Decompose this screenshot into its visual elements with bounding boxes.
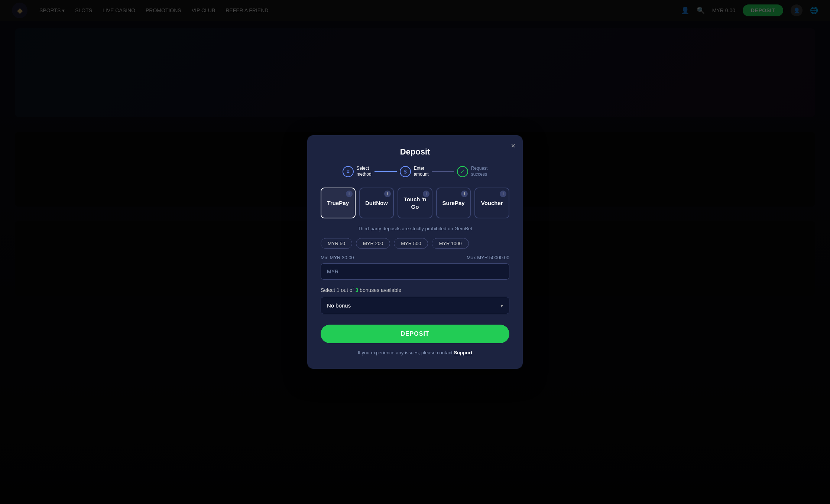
modal-overlay: × Deposit ≡ Selectmethod $ Enteramount ✓… [0, 0, 830, 504]
method-label: Voucher [481, 199, 503, 207]
info-icon-truepay[interactable]: i [346, 191, 353, 197]
method-touchngo[interactable]: Touch 'n Go i [398, 188, 432, 218]
method-truepay[interactable]: TruePay i [321, 188, 356, 218]
chevron-down-icon: ▾ [500, 303, 503, 309]
step3-label: Requestsuccess [471, 166, 488, 177]
info-icon-surepay[interactable]: i [461, 191, 468, 197]
deposit-modal: × Deposit ≡ Selectmethod $ Enteramount ✓… [307, 135, 523, 369]
amount-limits: Min MYR 30.00 Max MYR 50000.00 [321, 255, 509, 260]
method-label: SurePay [442, 199, 465, 207]
method-label: DuitNow [365, 199, 388, 207]
bonus-label: Select 1 out of 3 bonuses available [321, 287, 509, 293]
step2-label: Enteramount [414, 166, 429, 177]
step-enter-amount: $ Enteramount [400, 166, 429, 177]
method-voucher[interactable]: Voucher i [474, 188, 509, 218]
step-request-success: ✓ Requestsuccess [457, 166, 488, 177]
modal-title: Deposit [321, 147, 509, 157]
step3-icon: ✓ [457, 166, 468, 177]
connector-2 [432, 171, 454, 172]
step1-icon: ≡ [343, 166, 354, 177]
info-icon-duitnow[interactable]: i [384, 191, 391, 197]
support-text: If you experience any issues, please con… [321, 350, 509, 355]
info-icon-touchngo[interactable]: i [423, 191, 429, 197]
notice-text: Third-party deposits are strictly prohib… [321, 226, 509, 231]
stepper: ≡ Selectmethod $ Enteramount ✓ Requestsu… [321, 166, 509, 177]
bonus-selected-label: No bonus [327, 302, 351, 309]
min-amount: Min MYR 30.00 [321, 255, 354, 260]
method-label: Touch 'n Go [403, 196, 427, 210]
max-amount: Max MYR 50000.00 [467, 255, 509, 260]
method-surepay[interactable]: SurePay i [436, 188, 471, 218]
amount-input-wrapper: MYR [321, 263, 509, 280]
quick-amount-500[interactable]: MYR 500 [394, 238, 428, 249]
payment-methods: TruePay i DuitNow i Touch 'n Go i SurePa… [321, 188, 509, 218]
info-icon-voucher[interactable]: i [500, 191, 506, 197]
step2-icon: $ [400, 166, 411, 177]
method-label: TruePay [327, 199, 349, 207]
connector-1 [375, 171, 397, 172]
quick-amount-50[interactable]: MYR 50 [321, 238, 352, 249]
quick-amount-200[interactable]: MYR 200 [356, 238, 390, 249]
deposit-action-button[interactable]: DEPOSIT [321, 325, 509, 343]
step1-label: Selectmethod [357, 166, 372, 177]
support-link[interactable]: Support [454, 350, 472, 355]
currency-label: MYR [327, 269, 338, 274]
quick-amount-1000[interactable]: MYR 1000 [432, 238, 469, 249]
quick-amounts: MYR 50 MYR 200 MYR 500 MYR 1000 [321, 238, 509, 249]
close-button[interactable]: × [511, 142, 515, 149]
step-select-method: ≡ Selectmethod [343, 166, 372, 177]
bonus-dropdown[interactable]: No bonus ▾ [321, 297, 509, 314]
amount-input[interactable] [341, 268, 503, 275]
method-duitnow[interactable]: DuitNow i [359, 188, 394, 218]
